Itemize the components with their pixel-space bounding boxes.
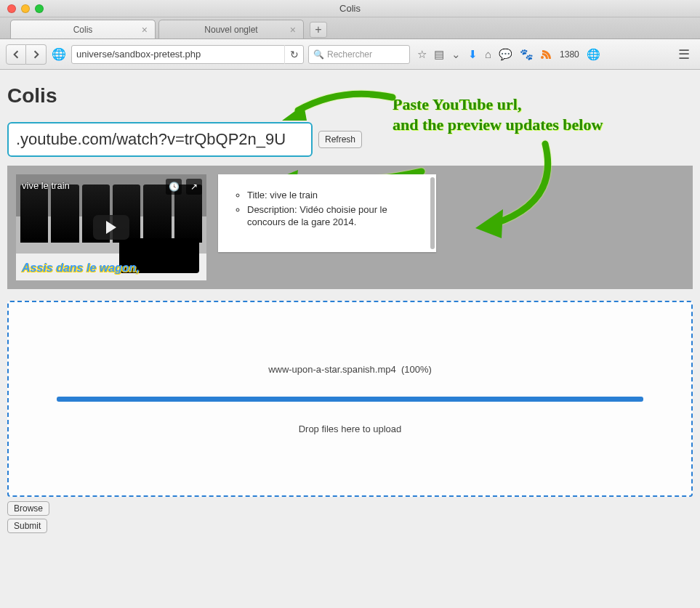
- search-bar[interactable]: 🔍 Rechercher: [308, 45, 410, 64]
- form-buttons: Browse Submit: [7, 501, 693, 533]
- close-tab-icon[interactable]: ×: [290, 24, 296, 36]
- tab-nouvel-onglet[interactable]: Nouvel onglet ×: [158, 20, 304, 38]
- submit-button[interactable]: Submit: [7, 519, 47, 533]
- new-tab-button[interactable]: +: [310, 22, 327, 38]
- site-identity-icon[interactable]: 🌐: [51, 46, 67, 62]
- share-icon[interactable]: ↗: [186, 179, 202, 195]
- toolbar-icons: ☆ ▤ ⌄ ⬇ ⌂ 💬 🐾 1380 🌐: [417, 48, 600, 61]
- youtube-url-input[interactable]: [7, 122, 313, 157]
- url-bar[interactable]: universe/sandbox-pretest.php ↻: [71, 45, 304, 64]
- close-tab-icon[interactable]: ×: [142, 24, 148, 36]
- url-input-row: Refresh: [7, 122, 693, 157]
- tab-strip: Colis × Nouvel onglet × +: [0, 17, 700, 39]
- download-arrow-icon[interactable]: ⬇: [468, 48, 478, 61]
- meta-title-row: Title: vive le train: [247, 189, 425, 202]
- pocket-icon[interactable]: ⌄: [451, 48, 461, 61]
- preview-panel: vive le train 🕓 ↗ Assis dans le wagon, T…: [7, 166, 693, 289]
- video-thumbnail[interactable]: vive le train 🕓 ↗ Assis dans le wagon,: [16, 174, 206, 280]
- back-button[interactable]: [6, 44, 26, 65]
- search-icon: 🔍: [313, 49, 324, 60]
- bookmark-star-icon[interactable]: ☆: [417, 48, 427, 61]
- url-text: universe/sandbox-pretest.php: [76, 49, 201, 60]
- window-title: Colis: [0, 3, 700, 14]
- watch-later-icon[interactable]: 🕓: [166, 179, 182, 195]
- meta-description-row: Description: Vidéo choisie pour le conco…: [247, 203, 425, 229]
- browse-button[interactable]: Browse: [7, 501, 49, 516]
- browser-toolbar: 🌐 universe/sandbox-pretest.php ↻ 🔍 Reche…: [0, 39, 700, 70]
- titlebar: Colis: [0, 0, 700, 17]
- video-title-overlay: vive le train: [22, 180, 70, 191]
- upload-filename-row: www-upon-a-star.spanish.mp4 (100%): [268, 364, 432, 375]
- globe-settings-icon[interactable]: 🌐: [587, 48, 600, 61]
- reader-icon[interactable]: ▤: [434, 48, 444, 61]
- tab-colis[interactable]: Colis ×: [10, 20, 156, 38]
- forward-button[interactable]: [26, 44, 47, 65]
- tab-label: Nouvel onglet: [204, 25, 257, 35]
- reload-icon[interactable]: ↻: [284, 45, 303, 64]
- nav-buttons: [6, 44, 47, 65]
- refresh-button[interactable]: Refresh: [318, 131, 362, 148]
- search-placeholder: Rechercher: [327, 49, 372, 60]
- rss-icon[interactable]: [541, 49, 552, 60]
- home-icon[interactable]: ⌂: [485, 48, 491, 60]
- video-metadata-card: Title: vive le train Description: Vidéo …: [218, 174, 436, 252]
- upload-progress-bar: [57, 397, 644, 402]
- upload-dropzone[interactable]: www-upon-a-star.spanish.mp4 (100%) Drop …: [7, 301, 693, 497]
- play-icon[interactable]: [93, 215, 129, 240]
- rss-count: 1380: [560, 49, 579, 60]
- page-content: Colis Refresh Paste YouTube url, and the…: [0, 70, 700, 540]
- paw-icon[interactable]: 🐾: [520, 48, 534, 61]
- page-title: Colis: [7, 84, 693, 108]
- chat-icon[interactable]: 💬: [499, 48, 512, 61]
- dropzone-hint: Drop files here to upload: [299, 423, 402, 434]
- video-caption-overlay: Assis dans le wagon,: [22, 262, 140, 275]
- menu-button[interactable]: ☰: [674, 44, 694, 65]
- tab-label: Colis: [73, 25, 93, 35]
